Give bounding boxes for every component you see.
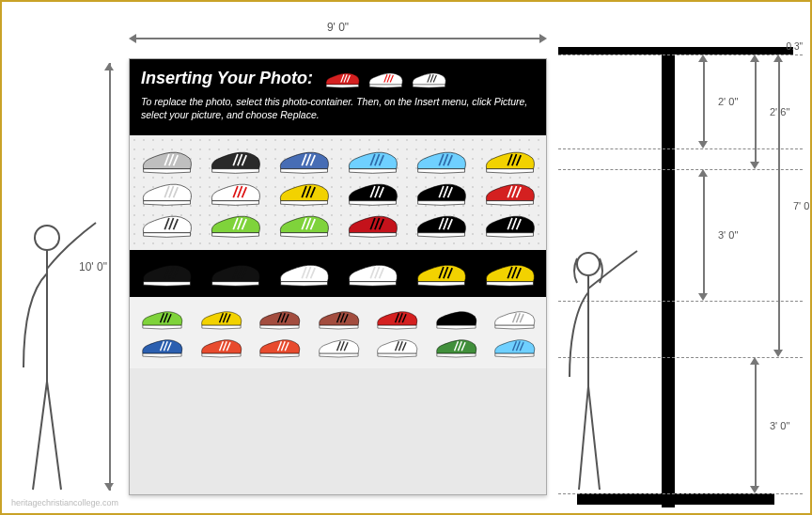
shoe-row bbox=[139, 179, 537, 207]
dimension-r3: 3' 0" bbox=[690, 169, 718, 301]
shoe-icon bbox=[367, 69, 404, 89]
shoe-icon bbox=[323, 69, 361, 89]
shoe-icon bbox=[139, 335, 184, 359]
dimension-r4-label: 7' 0" bbox=[793, 200, 812, 211]
structure-vertical-post bbox=[662, 47, 675, 507]
display-panel: Inserting Your Photo: To replace the pho… bbox=[129, 58, 547, 495]
shoe-icon bbox=[316, 335, 361, 359]
shoe-icon bbox=[345, 259, 399, 288]
panel-title: Inserting Your Photo: bbox=[141, 69, 535, 89]
structure-top-bar bbox=[558, 47, 793, 55]
dimension-r1: 2' 0" bbox=[690, 55, 718, 148]
shoe-icon bbox=[482, 211, 537, 239]
panel-title-text: Inserting Your Photo: bbox=[141, 69, 313, 87]
shoe-icon bbox=[492, 335, 537, 359]
dimension-r3-label: 3' 0" bbox=[718, 229, 738, 241]
shoe-icon bbox=[414, 211, 468, 239]
shoe-row-black bbox=[139, 259, 537, 288]
shoe-icon bbox=[208, 179, 262, 207]
panel-header: Inserting Your Photo: To replace the pho… bbox=[130, 59, 546, 135]
shoe-strip-black bbox=[130, 250, 546, 297]
panel-instructions: To replace the photo, select this photo-… bbox=[141, 95, 535, 121]
shoe-icon bbox=[414, 259, 468, 288]
dimension-top-line bbox=[129, 34, 547, 43]
shoe-icon bbox=[345, 179, 399, 207]
shoe-row bbox=[139, 335, 537, 359]
dimension-r1-label: 2' 0" bbox=[718, 96, 738, 107]
shoe-icon bbox=[208, 211, 262, 239]
svg-point-0 bbox=[35, 226, 59, 250]
shoe-icon bbox=[345, 211, 399, 239]
shoe-icon bbox=[257, 335, 302, 359]
dimension-r5: 3' 0" bbox=[742, 357, 770, 493]
shoe-icon bbox=[198, 335, 243, 359]
shoe-icon bbox=[139, 306, 184, 331]
shoe-icon bbox=[316, 306, 361, 331]
shoe-icon bbox=[208, 147, 262, 175]
shoe-icon bbox=[139, 211, 194, 239]
shoe-icon bbox=[414, 179, 468, 207]
shoe-icon bbox=[414, 147, 468, 175]
dimension-left: 10' 0" bbox=[96, 63, 124, 491]
shoe-icon bbox=[139, 259, 194, 288]
shoe-icon bbox=[345, 147, 399, 175]
header-shoe-row bbox=[323, 69, 447, 89]
shoe-icon bbox=[492, 306, 537, 331]
svg-point-1 bbox=[577, 253, 600, 275]
shoe-icon bbox=[276, 179, 331, 207]
watermark-text: heritagechristiancollege.com bbox=[11, 498, 118, 507]
figure-male bbox=[9, 217, 99, 499]
diagram-stage: 9' 0" 10' 0" Inserting Your Photo: To re… bbox=[0, 0, 812, 515]
shoe-row bbox=[139, 306, 537, 331]
shoe-grid-lower bbox=[130, 297, 546, 368]
dimension-r5-label: 3' 0" bbox=[770, 420, 789, 431]
shoe-grid-upper bbox=[130, 135, 546, 250]
dimension-top: 9' 0" bbox=[129, 21, 547, 47]
shoe-icon bbox=[482, 179, 537, 207]
shoe-icon bbox=[208, 259, 262, 288]
shoe-icon bbox=[410, 69, 447, 89]
shoe-icon bbox=[374, 306, 419, 331]
shoe-icon bbox=[433, 335, 478, 359]
shoe-icon bbox=[276, 147, 331, 175]
dimension-r4: 7' 0" bbox=[765, 55, 793, 357]
shoe-icon bbox=[198, 306, 243, 331]
shoe-row bbox=[139, 211, 537, 239]
shoe-icon bbox=[374, 335, 419, 359]
shoe-icon bbox=[139, 147, 194, 175]
shoe-icon bbox=[482, 147, 537, 175]
shoe-icon bbox=[139, 179, 194, 207]
shoe-icon bbox=[257, 306, 302, 331]
shoe-icon bbox=[482, 259, 537, 288]
shoe-icon bbox=[276, 259, 331, 288]
figure-female bbox=[556, 245, 641, 499]
shoe-icon bbox=[276, 211, 331, 239]
dimension-top-label: 9' 0" bbox=[129, 21, 547, 34]
dimension-offset-label: 0.3" bbox=[787, 41, 803, 52]
shoe-icon bbox=[433, 306, 478, 331]
shoe-row bbox=[139, 147, 537, 175]
